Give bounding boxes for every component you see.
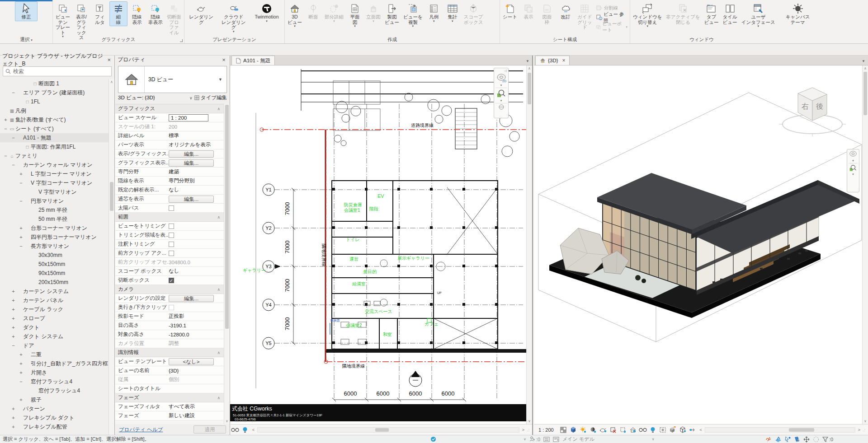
browser-scrollbar[interactable]: ∧ (108, 79, 114, 435)
property-value[interactable] (169, 224, 174, 229)
steering-wheel-icon[interactable]: 2D (496, 73, 507, 83)
duplicate-view-button[interactable]: ビューを 複製▾ (401, 1, 425, 29)
tree-item[interactable]: + L 字型コーナー マリオン (0, 169, 108, 178)
expand-collapse-icon[interactable]: + (18, 370, 24, 375)
property-row[interactable]: グラフィックス表示... 編集... (115, 159, 224, 168)
property-row[interactable]: 表示/グラフィックス... 編集... (115, 149, 224, 159)
property-value[interactable]: 正投影 (169, 313, 224, 320)
tree-item[interactable]: + 二重 (0, 350, 108, 359)
chevron-down-icon[interactable]: ▾ (852, 159, 854, 163)
sheet-horizontal-scrollbar[interactable] (257, 427, 519, 433)
property-value[interactable] (169, 278, 174, 283)
show-hidden-lines-button[interactable]: 隠線 表示 (128, 1, 146, 26)
worksharing-display-icon[interactable] (658, 426, 668, 434)
zoom-icon[interactable] (496, 89, 506, 98)
property-value[interactable]: 建築 (169, 168, 224, 175)
property-value[interactable] (169, 251, 174, 256)
expand-collapse-icon[interactable]: − (18, 243, 24, 249)
property-row[interactable]: スケールの値 1: 200 (115, 122, 224, 131)
edit-type-button[interactable]: タイプ編集 (194, 94, 227, 101)
property-value[interactable]: 編集... (169, 150, 214, 158)
property-value[interactable]: 編集... (169, 295, 214, 302)
browser-search-box[interactable] (3, 66, 112, 76)
visual-style-icon[interactable] (568, 426, 578, 434)
select-underlay-icon[interactable] (775, 436, 782, 442)
canvas-theme-button[interactable]: キャンバス テーマ (784, 1, 812, 26)
select-by-face-icon[interactable] (794, 436, 800, 442)
crop-region-icon[interactable] (618, 426, 628, 434)
properties-help-link[interactable]: プロパティ ヘルプ (119, 426, 163, 433)
filter-button[interactable]: :0 (822, 437, 833, 442)
property-row[interactable]: ビューの名前 {3D} (115, 366, 224, 375)
temporary-hide-isolate-icon[interactable] (638, 426, 648, 434)
tree-item[interactable]: 30x30mm (0, 251, 108, 260)
scroll-down-icon[interactable]: ∨ (527, 418, 532, 424)
property-value[interactable]: 個別 (169, 376, 224, 383)
scroll-down-icon[interactable]: ∨ (224, 418, 230, 424)
collapse-icon[interactable]: ◁ (505, 69, 508, 73)
3d-horizontal-scrollbar[interactable] (705, 427, 855, 433)
tree-item[interactable]: + ケーブル ラック (0, 305, 108, 314)
tree-item[interactable]: − 窓付フラッシュ4 (0, 377, 108, 386)
property-row[interactable]: レンダリングの設定 編集... (115, 294, 224, 303)
expand-collapse-icon[interactable]: − (10, 90, 16, 95)
chevron-down-icon[interactable]: ▾ (500, 84, 502, 87)
property-row[interactable]: 奥行き/下方クリップ (115, 303, 224, 312)
view-cube[interactable]: 右 後 (776, 83, 849, 141)
tree-item[interactable]: + ダクト (0, 323, 108, 332)
chevron-down-icon[interactable]: ∨ (652, 437, 655, 441)
tab-3d-view[interactable]: {3D} × (535, 56, 570, 65)
property-value[interactable]: 200 (169, 124, 224, 130)
property-value[interactable]: なし (169, 187, 224, 193)
tree-item[interactable]: − 長方形マリオン (0, 242, 108, 251)
property-row[interactable]: シートのタイトル (115, 384, 224, 393)
expand-collapse-icon[interactable]: − (18, 180, 24, 186)
revision-button[interactable]: 改訂 (557, 1, 575, 21)
property-row[interactable]: フェーズ (115, 393, 224, 402)
group-label-select[interactable]: 選択 ▾ (0, 37, 52, 43)
property-value[interactable]: すべて表示 (169, 403, 224, 410)
property-row[interactable]: 通芯を表示 編集... (115, 195, 224, 204)
user-interface-button[interactable]: ユーザ インタフェース▾ (740, 1, 777, 29)
shadows-icon[interactable] (588, 426, 598, 434)
properties-scrollbar[interactable]: ∨ (224, 104, 230, 424)
expand-collapse-icon[interactable]: + (10, 406, 16, 411)
property-row[interactable]: 範囲 (115, 213, 224, 222)
property-value[interactable] (169, 205, 174, 211)
tree-item[interactable]: 25 mm 半径 (0, 205, 108, 215)
3d-vertical-scrollbar[interactable]: ∧ ∨ (862, 65, 868, 424)
property-row[interactable]: ビュー テンプレート <なし> (115, 357, 224, 366)
property-row[interactable]: 前方クリップ アク... (115, 249, 224, 258)
tree-item[interactable]: − ドア (0, 341, 108, 350)
visibility-graphics-button[interactable]: 表示/ グラフィックス (72, 1, 90, 42)
property-value[interactable]: 304800.0 (169, 260, 224, 265)
tree-item[interactable]: − V 字型コーナー マリオン (0, 178, 108, 187)
expand-collapse-icon[interactable]: + (10, 289, 16, 294)
scroll-right-icon[interactable]: > (856, 428, 863, 432)
switch-windows-button[interactable]: ウィンドウを 切り替え▾ (631, 1, 664, 29)
expand-collapse-icon[interactable]: + (18, 225, 24, 231)
chevron-down-icon[interactable]: ∨ (524, 437, 526, 441)
chevron-down-icon[interactable]: ▾ (852, 173, 854, 176)
schedule-button[interactable]: 集計▾ (443, 1, 462, 24)
property-row[interactable]: フェーズ 新しい建設 (115, 411, 224, 420)
sun-path-icon[interactable] (578, 426, 588, 434)
expand-collapse-icon[interactable]: + (10, 325, 16, 330)
tree-item[interactable]: ▦ 凡例 (0, 106, 108, 115)
tree-item[interactable]: + 台形コーナー マリオン (0, 224, 108, 233)
expand-collapse-icon[interactable]: + (18, 171, 24, 177)
sheet-canvas[interactable]: 道路境界線 隣地境界線 隣地境界線 Y1 Y2 Y3 Y4 Y5 7000 70… (230, 65, 526, 424)
expand-collapse-icon[interactable]: + (10, 307, 16, 312)
resize-grip[interactable]: .: (527, 428, 532, 432)
temporary-hide-isolate-icon[interactable] (230, 426, 240, 434)
expand-collapse-icon[interactable]: + (18, 397, 24, 402)
tree-item[interactable]: + カーテン パネル (0, 296, 108, 305)
tree-item[interactable]: + 四半円形コーナーマリオン (0, 233, 108, 242)
render-button[interactable]: レンダリング (185, 1, 217, 26)
expand-collapse-icon[interactable]: + (3, 117, 9, 122)
3d-view-button[interactable]: 3D ビュー▾ (286, 1, 304, 29)
scroll-right-icon[interactable]: > (520, 428, 527, 432)
expand-collapse-icon[interactable]: + (10, 424, 16, 429)
twinmotion-button[interactable]: Twinmotion▾ (250, 1, 283, 24)
active-design-option[interactable]: メイン モデル (562, 436, 594, 443)
